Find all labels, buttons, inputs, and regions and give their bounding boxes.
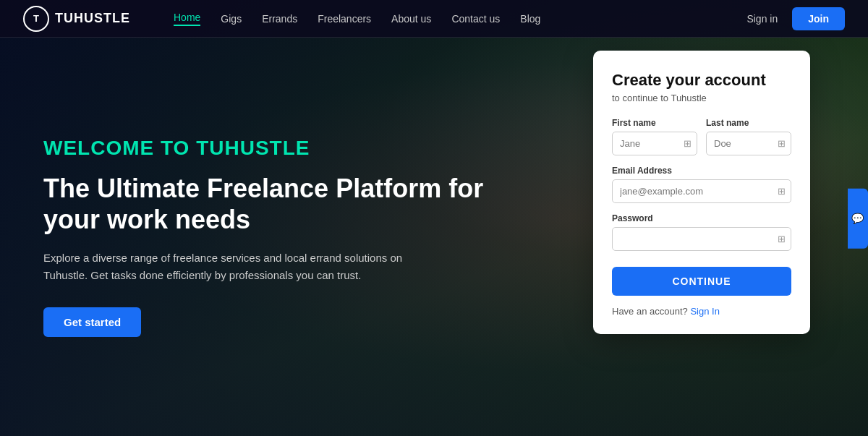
- last-name-wrap: ⊞: [706, 132, 791, 155]
- get-started-button[interactable]: Get started: [43, 307, 141, 337]
- hero-description: Explore a diverse range of freelance ser…: [43, 249, 420, 284]
- signin-prompt: Have an account? Sign In: [612, 306, 791, 317]
- email-input[interactable]: [612, 179, 791, 203]
- nav-contact[interactable]: Contact us: [451, 13, 500, 25]
- navbar: T TUHUSTLE Home Gigs Errands Freelancers…: [0, 0, 868, 38]
- logo-icon: T: [23, 6, 49, 32]
- nav-errands[interactable]: Errands: [262, 13, 297, 25]
- join-button[interactable]: Join: [792, 7, 845, 30]
- first-name-label: First name: [612, 118, 697, 128]
- hero-tagline: WELCOME TO TUHUSTLE: [43, 137, 506, 160]
- password-wrap: ⊞: [612, 227, 791, 251]
- logo[interactable]: T TUHUSTLE: [23, 6, 130, 32]
- chat-icon: 💬: [852, 212, 864, 224]
- name-row: First name ⊞ Last name ⊞: [612, 118, 791, 155]
- last-name-input[interactable]: [706, 132, 791, 155]
- nav-links: Home Gigs Errands Freelancers About us C…: [174, 12, 746, 26]
- nav-freelancers[interactable]: Freelancers: [318, 13, 371, 25]
- card-title: Create your account: [612, 71, 791, 90]
- nav-right: Sign in Join: [746, 7, 845, 30]
- password-group: Password ⊞: [612, 213, 791, 251]
- chat-widget[interactable]: 💬 Chat with us: [848, 188, 868, 248]
- nav-blog[interactable]: Blog: [520, 13, 540, 25]
- nav-about[interactable]: About us: [391, 13, 431, 25]
- brand-name: TUHUSTLE: [55, 11, 130, 26]
- signup-card: Create your account to continue to Tuhus…: [593, 51, 810, 334]
- nav-gigs[interactable]: Gigs: [221, 13, 242, 25]
- last-name-label: Last name: [706, 118, 791, 128]
- last-name-group: Last name ⊞: [706, 118, 791, 155]
- hero-text-block: WELCOME TO TUHUSTLE The Ultimate Freelan…: [43, 137, 506, 337]
- signin-prompt-text: Have an account?: [612, 306, 688, 317]
- first-name-group: First name ⊞: [612, 118, 697, 155]
- card-subtitle: to continue to Tuhustle: [612, 93, 791, 103]
- nav-home[interactable]: Home: [174, 12, 200, 26]
- email-wrap: ⊞: [612, 179, 791, 203]
- first-name-wrap: ⊞: [612, 132, 697, 155]
- hero-title: The Ultimate Freelance Platform for your…: [43, 173, 506, 235]
- email-group: Email Address ⊞: [612, 166, 791, 203]
- email-label: Email Address: [612, 166, 791, 176]
- signin-link[interactable]: Sign In: [690, 306, 719, 317]
- continue-button[interactable]: CONTINUE: [612, 267, 791, 296]
- nav-signin[interactable]: Sign in: [746, 13, 778, 25]
- password-input[interactable]: [612, 227, 791, 251]
- password-label: Password: [612, 213, 791, 223]
- first-name-input[interactable]: [612, 132, 697, 155]
